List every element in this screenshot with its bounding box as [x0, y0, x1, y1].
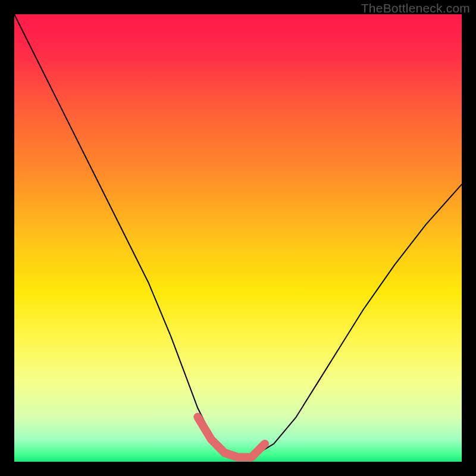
watermark-label: TheBottleneck.com [361, 1, 470, 15]
plot-area [14, 14, 462, 462]
chart-frame: TheBottleneck.com [0, 0, 476, 476]
highlight-segment [14, 14, 462, 462]
